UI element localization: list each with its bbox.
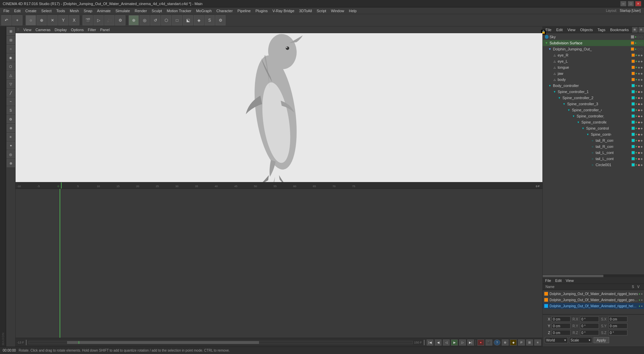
model-mode-button[interactable]: ○ [26, 15, 36, 25]
left-tool-5[interactable]: ⬡ [7, 62, 15, 70]
left-tool-2[interactable]: ⊟ [7, 36, 15, 44]
tree-item-eye-l[interactable]: △ eye_L ● ◆ ◆ [543, 58, 644, 64]
goto-first-frame[interactable]: |◀ [427, 339, 433, 346]
prev-frame[interactable]: ◁ [443, 339, 450, 346]
menu-plugins[interactable]: Plugins [253, 8, 270, 14]
record-auto[interactable]: ⚫ [486, 339, 492, 346]
tab-tags[interactable]: Tags [596, 28, 607, 32]
menu-tools[interactable]: Tools [54, 8, 67, 14]
menu-snap[interactable]: Snap [82, 8, 94, 14]
undo-button[interactable]: ↶ [1, 15, 12, 25]
menu-mograph[interactable]: MoGraph [194, 8, 214, 14]
menu-pipeline[interactable]: Pipeline [235, 8, 253, 14]
polypen-tool[interactable]: S [205, 15, 215, 25]
tree-item-spine1[interactable]: ▼ Spine_controller_1 ● ◆ ◆ [543, 89, 644, 95]
menu-create[interactable]: Create [23, 8, 39, 14]
timeline-ruler[interactable]: -10 -5 0 5 10 15 20 25 30 35 40 45 50 55… [16, 182, 542, 189]
tree-item-tongue[interactable]: △ tongue ● ◆ ◆ [543, 64, 644, 70]
menu-window[interactable]: Window [329, 8, 346, 14]
menu-render[interactable]: Render [133, 8, 149, 14]
tree-item-body-controller[interactable]: ▼ Body_controller ● ◆ ◆ [543, 83, 644, 89]
menu-3dtoall[interactable]: 3DToAll [297, 8, 314, 14]
hx-value[interactable]: 0 cm [608, 316, 627, 322]
x-value[interactable]: 0 cm [552, 316, 571, 322]
z-value[interactable]: 0 cm [552, 330, 571, 335]
menu-file[interactable]: File [1, 8, 12, 14]
left-tool-12[interactable]: ⊕ [7, 124, 15, 132]
menu-simulate[interactable]: Simulate [113, 8, 132, 14]
mat-item-3[interactable]: Dolphin_Jumping_Out_Of_Water_Animated_ri… [543, 303, 644, 309]
tree-item-spine7[interactable]: ▼ Spine_controller_7 ● ◆ ◆ [543, 125, 644, 131]
tab-view[interactable]: View [566, 28, 577, 32]
mat-item-2[interactable]: Dolphin_Jumping_Out_Of_Water_Animated_ri… [543, 297, 644, 303]
viewport-menu-panel[interactable]: Panel [99, 28, 111, 32]
left-tool-16[interactable]: ⊕ [7, 159, 15, 167]
tab-bookmarks[interactable]: Bookmarks [609, 28, 630, 32]
keyframe-button[interactable]: ◆ [510, 339, 517, 346]
rx-value[interactable]: 0 ° [580, 316, 599, 322]
tree-item-circle001[interactable]: ○ Circle001 ● ◆ ◆ [543, 162, 644, 168]
y-value[interactable]: 0 cm [552, 323, 571, 329]
mat-item-1[interactable]: Dolphin_Jumping_Out_Of_Water_Animated_ri… [543, 291, 644, 297]
move-tool[interactable]: ⊕ [129, 15, 139, 25]
viewport-menu-display[interactable]: Display [53, 28, 68, 32]
viewport-menu-view[interactable]: View [22, 28, 33, 32]
left-tool-4[interactable]: ◉ [7, 53, 15, 62]
timeline-p[interactable]: P [518, 339, 525, 346]
menu-vray[interactable]: V-Ray Bridge [271, 8, 297, 14]
viewport-menu-cameras[interactable]: Cameras [34, 28, 52, 32]
left-tool-3[interactable]: ○ [7, 45, 15, 53]
minimize-button[interactable]: ─ [620, 1, 626, 6]
tree-item-spine6[interactable]: ▼ Spine_controller_6 ● ◆ ◆ [543, 119, 644, 125]
rotate-tool[interactable]: ↺ [150, 15, 160, 25]
poly-mode-button[interactable]: X [69, 15, 79, 25]
tree-item-tail-l1[interactable]: ○ tail_L_controller1 ● ◆ ◆ [543, 150, 644, 156]
lasso-select[interactable]: ◈ [194, 15, 204, 25]
tree-item-spine8[interactable]: ▼ Spine_controller_8 ● ◆ ◆ [543, 131, 644, 137]
help-button[interactable]: ? [494, 339, 500, 346]
timeline-grid[interactable]: ⊞ [526, 339, 533, 346]
goto-last-frame[interactable]: ▶| [467, 339, 474, 346]
record-button[interactable]: ● [477, 339, 484, 346]
obj-icon-1[interactable]: ⊞ [632, 27, 638, 32]
left-tool-6[interactable]: △ [7, 71, 15, 79]
edit-render-settings[interactable]: ⚙ [115, 15, 125, 25]
play-reverse[interactable]: ◀ [435, 339, 442, 346]
left-tool-7[interactable]: ▽ [7, 80, 15, 88]
hz-value[interactable]: 0 ° [608, 330, 627, 335]
obj-tree-scrollbar[interactable] [543, 274, 644, 277]
scale-dropdown[interactable]: Scale ▼ [569, 337, 592, 343]
maximize-button[interactable]: □ [628, 1, 634, 6]
menu-select[interactable]: Select [39, 8, 54, 14]
box-select[interactable]: □ [172, 15, 182, 25]
render-to-picture-viewer[interactable]: 🎬 [83, 15, 93, 25]
tree-item-body[interactable]: △ body ● ◆ ◆ [543, 76, 644, 83]
menu-script[interactable]: Script [315, 8, 328, 14]
viewport-menu-options[interactable]: Options [69, 28, 85, 32]
viewport-menu-filter[interactable]: Filter [86, 28, 97, 32]
obj-icon-2[interactable]: ⊟ [639, 27, 644, 32]
left-tool-10[interactable]: S [7, 106, 15, 114]
tree-item-spine4[interactable]: ▼ Spine_controller_4 ● ◆ ◆ [543, 107, 644, 113]
edge-mode-button[interactable]: Y [58, 15, 68, 25]
render-active-view[interactable]: ▷ [93, 15, 104, 25]
menu-animate[interactable]: Animate [95, 8, 113, 14]
menu-sculpt[interactable]: Sculpt [150, 8, 164, 14]
brush-tool[interactable]: ⚙ [215, 15, 226, 25]
tree-item-dolphin[interactable]: ▼ Dolphin_Jumping_Out_Of_Water_Animated … [543, 46, 644, 52]
redo-button[interactable]: + [12, 15, 22, 25]
world-dropdown[interactable]: World ▼ [545, 337, 568, 343]
left-tool-13[interactable]: ≡ [7, 133, 15, 141]
tree-item-tail-r1[interactable]: ○ tail_R_controller1 ● ◆ ◆ [543, 137, 644, 143]
loop-select[interactable]: ⬕ [183, 15, 193, 25]
apply-button[interactable]: Apply [594, 337, 609, 343]
select-tool[interactable]: ⬡ [161, 15, 171, 25]
close-button[interactable]: ✕ [635, 1, 641, 6]
motion-path[interactable]: ⊕ [502, 339, 509, 346]
left-tool-11[interactable]: ⚙ [7, 115, 15, 123]
tree-item-tail-r2[interactable]: ○ tail_R_controller2 ● ◆ ◆ [543, 143, 644, 150]
render-settings[interactable]: 🎥 [104, 15, 114, 25]
scale-tool[interactable]: ◎ [139, 15, 150, 25]
mat-edit[interactable]: Edit [554, 279, 563, 283]
left-tool-14[interactable]: ✦ [7, 141, 15, 150]
